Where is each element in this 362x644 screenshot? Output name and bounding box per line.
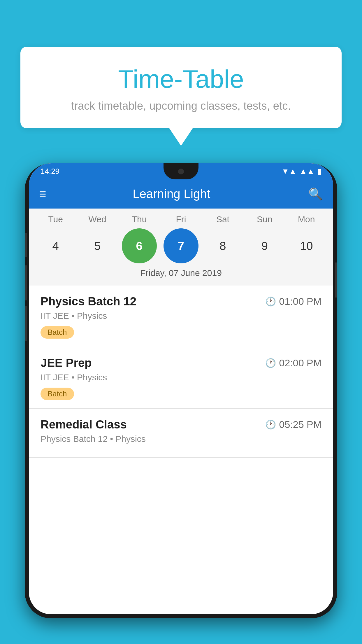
day-header-sun: Sun — [247, 214, 282, 224]
search-icon[interactable]: 🔍 — [308, 187, 323, 201]
clock-icon-2: 🕐 — [265, 358, 276, 368]
class-subtitle-1: IIT JEE • Physics — [41, 311, 321, 321]
class-time-3: 🕐 05:25 PM — [265, 419, 321, 430]
speech-bubble: Time-Table track timetable, upcoming cla… — [20, 47, 342, 128]
bubble-subtitle: track timetable, upcoming classes, tests… — [38, 100, 324, 112]
class-list: Physics Batch 12 🕐 01:00 PM IIT JEE • Ph… — [29, 286, 333, 458]
selected-date-label: Friday, 07 June 2019 — [29, 268, 333, 283]
day-5[interactable]: 5 — [80, 228, 115, 263]
calendar-strip: Tue Wed Thu Fri Sat Sun Mon 4 5 6 7 8 9 … — [29, 209, 333, 286]
phone-screen: 14:29 ▼▲ ▲▲ ▮ ≡ Learning Light 🔍 Tue Wed… — [29, 163, 333, 614]
app-bar: ≡ Learning Light 🔍 — [29, 179, 333, 209]
app-title: Learning Light — [55, 187, 288, 201]
class-time-2: 🕐 02:00 PM — [265, 357, 321, 369]
class-time-value-2: 02:00 PM — [279, 357, 321, 369]
phone-container: 14:29 ▼▲ ▲▲ ▮ ≡ Learning Light 🔍 Tue Wed… — [25, 163, 337, 644]
notch — [164, 163, 198, 179]
day-4[interactable]: 4 — [38, 228, 73, 263]
class-name-1: Physics Batch 12 — [41, 295, 136, 308]
day-header-wed: Wed — [80, 214, 115, 224]
status-icons: ▼▲ ▲▲ ▮ — [282, 167, 321, 176]
clock-icon-3: 🕐 — [265, 419, 276, 430]
volume-down-button — [25, 265, 27, 300]
bubble-arrow — [169, 128, 193, 146]
battery-icon: ▮ — [317, 167, 321, 176]
class-item-top-3: Remedial Class 🕐 05:25 PM — [41, 418, 321, 431]
class-item-top-2: JEE Prep 🕐 02:00 PM — [41, 356, 321, 370]
wifi-icon: ▼▲ — [282, 167, 296, 176]
class-time-1: 🕐 01:00 PM — [265, 296, 321, 307]
class-item-top-1: Physics Batch 12 🕐 01:00 PM — [41, 295, 321, 308]
batch-badge-1: Batch — [41, 326, 74, 339]
class-item-jee-prep[interactable]: JEE Prep 🕐 02:00 PM IIT JEE • Physics Ba… — [29, 347, 333, 409]
power-button — [335, 262, 337, 298]
class-name-2: JEE Prep — [41, 356, 92, 370]
class-time-value-1: 01:00 PM — [279, 296, 321, 307]
day-6-today[interactable]: 6 — [122, 228, 157, 263]
class-time-value-3: 05:25 PM — [279, 419, 321, 430]
day-header-mon: Mon — [289, 214, 324, 224]
day-header-sat: Sat — [205, 214, 240, 224]
day-8[interactable]: 8 — [205, 228, 240, 263]
hamburger-icon[interactable]: ≡ — [39, 188, 46, 200]
day-header-fri: Fri — [164, 214, 198, 224]
phone-frame: 14:29 ▼▲ ▲▲ ▮ ≡ Learning Light 🔍 Tue Wed… — [25, 163, 337, 618]
clock-icon-1: 🕐 — [265, 296, 276, 307]
day-9[interactable]: 9 — [247, 228, 282, 263]
signal-icon: ▲▲ — [300, 167, 314, 176]
batch-badge-2: Batch — [41, 388, 74, 400]
volume-up-button — [25, 233, 27, 257]
day-header-tue: Tue — [38, 214, 73, 224]
day-numbers: 4 5 6 7 8 9 10 — [29, 228, 333, 263]
bubble-title: Time-Table — [38, 64, 324, 94]
class-item-physics-batch[interactable]: Physics Batch 12 🕐 01:00 PM IIT JEE • Ph… — [29, 286, 333, 347]
day-headers: Tue Wed Thu Fri Sat Sun Mon — [29, 214, 333, 224]
class-subtitle-2: IIT JEE • Physics — [41, 372, 321, 382]
class-name-3: Remedial Class — [41, 418, 127, 431]
silent-button — [25, 306, 27, 341]
day-7-selected[interactable]: 7 — [164, 228, 198, 263]
class-item-remedial[interactable]: Remedial Class 🕐 05:25 PM Physics Batch … — [29, 409, 333, 458]
class-subtitle-3: Physics Batch 12 • Physics — [41, 434, 321, 444]
day-header-thu: Thu — [122, 214, 157, 224]
speech-bubble-container: Time-Table track timetable, upcoming cla… — [20, 47, 342, 146]
day-10[interactable]: 10 — [289, 228, 324, 263]
status-time: 14:29 — [41, 167, 59, 176]
camera — [178, 169, 184, 174]
